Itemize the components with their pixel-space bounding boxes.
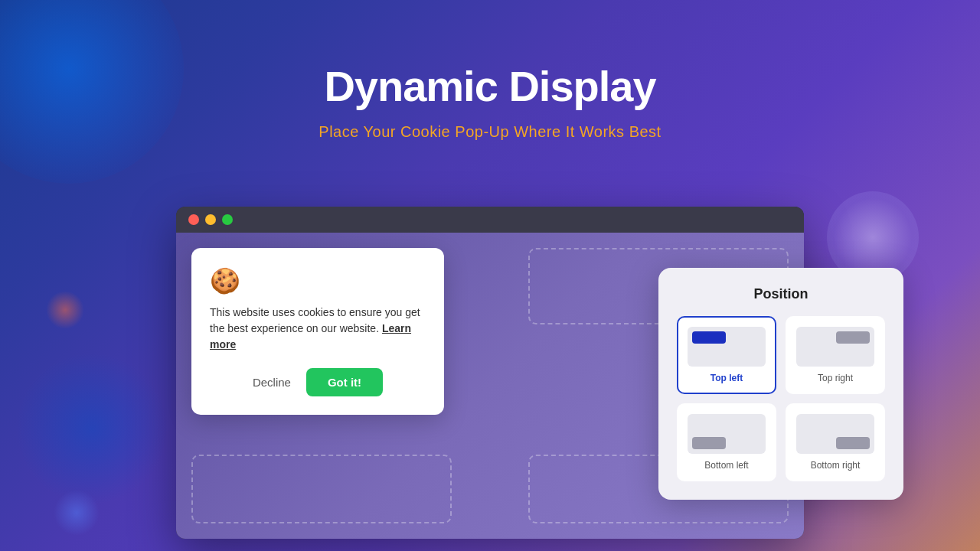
preview-indicator-top-left: [692, 331, 726, 344]
position-grid: Top left Top right Bottom left Bottom ri…: [677, 316, 885, 481]
page-title: Dynamic Display: [0, 61, 980, 111]
bg-blob-bottom-left: [15, 352, 168, 505]
bg-blob-bottom-left2: [54, 490, 100, 536]
position-label-top-left: Top left: [710, 373, 743, 383]
position-label-top-right: Top right: [818, 373, 853, 383]
page-subtitle: Place Your Cookie Pop-Up Where It Works …: [0, 123, 980, 141]
preview-indicator-bottom-left: [692, 437, 726, 449]
position-option-top-left[interactable]: Top left: [677, 316, 776, 394]
placeholder-bottom-left: [191, 455, 452, 523]
browser-titlebar: [176, 207, 804, 233]
preview-indicator-bottom-right: [836, 437, 870, 449]
cookie-text: This website uses cookies to ensure you …: [210, 305, 426, 353]
position-preview-bottom-right: [796, 414, 874, 454]
position-panel: Position Top left Top right Bottom left …: [658, 268, 903, 500]
preview-indicator-top-right: [836, 331, 870, 344]
position-option-bottom-right[interactable]: Bottom right: [786, 403, 885, 481]
traffic-light-green[interactable]: [222, 214, 233, 225]
decline-button[interactable]: Decline: [253, 376, 291, 389]
position-preview-top-left: [688, 327, 766, 367]
position-option-bottom-left[interactable]: Bottom left: [677, 403, 776, 481]
cookie-icon: 🍪: [210, 266, 426, 295]
position-preview-bottom-left: [688, 414, 766, 454]
header: Dynamic Display Place Your Cookie Pop-Up…: [0, 0, 980, 141]
cookie-buttons: Decline Got it!: [210, 368, 426, 396]
position-label-bottom-right: Bottom right: [811, 460, 861, 471]
traffic-light-yellow[interactable]: [205, 214, 216, 225]
got-it-button[interactable]: Got it!: [306, 368, 383, 396]
position-panel-title: Position: [677, 286, 885, 302]
position-label-bottom-left: Bottom left: [704, 460, 748, 471]
position-option-top-right[interactable]: Top right: [786, 316, 885, 394]
traffic-light-red[interactable]: [188, 214, 199, 225]
position-preview-top-right: [796, 327, 874, 367]
cookie-popup: 🍪 This website uses cookies to ensure yo…: [191, 248, 444, 415]
bg-blob-left-mid: [46, 291, 84, 329]
